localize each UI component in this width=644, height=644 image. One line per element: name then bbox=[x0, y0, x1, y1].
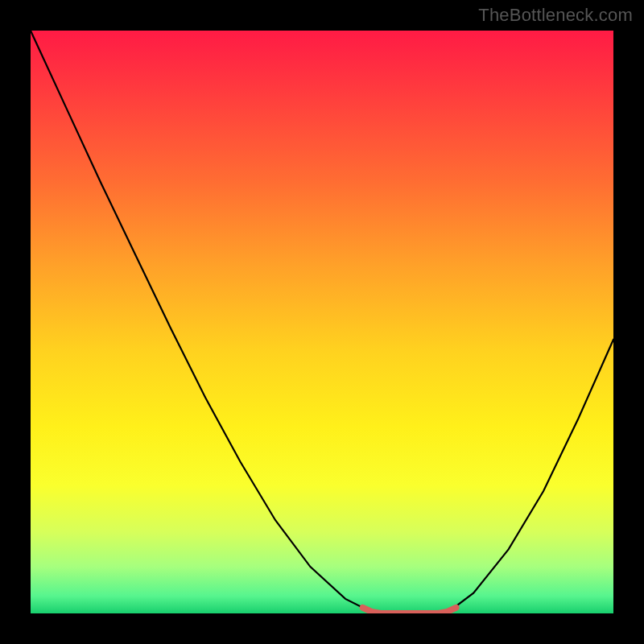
watermark-text: TheBottleneck.com bbox=[478, 5, 633, 26]
chart-frame: TheBottleneck.com bbox=[0, 0, 644, 644]
chart-svg bbox=[31, 31, 613, 613]
plot-background bbox=[31, 31, 613, 613]
plot-area bbox=[31, 31, 613, 613]
